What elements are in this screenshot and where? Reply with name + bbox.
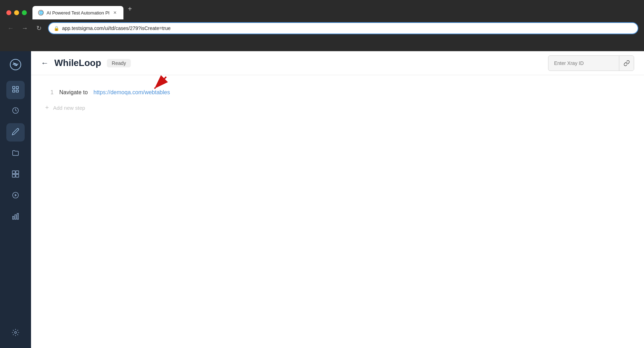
active-tab[interactable]: 🌐 AI Powered Test Automation Pl ✕ bbox=[32, 6, 123, 19]
sidebar-item-edit[interactable] bbox=[6, 123, 25, 142]
apps-icon bbox=[12, 170, 19, 179]
svg-point-16 bbox=[14, 331, 17, 334]
svg-rect-8 bbox=[16, 171, 19, 174]
step-action: Navigate to bbox=[59, 89, 88, 96]
link-icon bbox=[624, 60, 630, 66]
reload-button[interactable]: ↻ bbox=[34, 23, 44, 33]
steps-container: 1 Navigate to https://demoqa.com/webtabl… bbox=[45, 85, 630, 116]
add-step-text: Add new step bbox=[53, 105, 85, 111]
sidebar-item-run[interactable] bbox=[6, 187, 25, 205]
sidebar-item-folder[interactable] bbox=[6, 144, 25, 163]
xray-input-container bbox=[548, 55, 634, 71]
pencil-icon bbox=[12, 128, 19, 137]
xray-link-button[interactable] bbox=[619, 56, 634, 71]
step-number: 1 bbox=[45, 89, 54, 96]
sidebar bbox=[0, 51, 31, 348]
svg-rect-14 bbox=[15, 215, 16, 219]
sidebar-item-settings[interactable] bbox=[6, 324, 25, 342]
lock-icon: 🔒 bbox=[54, 26, 59, 31]
svg-rect-4 bbox=[13, 90, 15, 92]
svg-rect-9 bbox=[12, 174, 15, 177]
tab-close-button[interactable]: ✕ bbox=[112, 10, 118, 16]
reports-icon bbox=[12, 212, 19, 222]
grid-icon bbox=[12, 85, 19, 95]
address-bar[interactable]: 🔒 app.testsigma.com/ui/td/cases/279?isCr… bbox=[48, 22, 638, 34]
forward-button[interactable]: → bbox=[20, 23, 30, 33]
svg-rect-7 bbox=[12, 171, 15, 174]
back-to-list-button[interactable]: ← bbox=[41, 59, 49, 68]
test-step-1: 1 Navigate to https://demoqa.com/webtabl… bbox=[45, 85, 630, 100]
step-url[interactable]: https://demoqa.com/webtables bbox=[93, 89, 170, 96]
page-title: WhileLoop bbox=[54, 58, 101, 68]
folder-icon bbox=[12, 149, 19, 158]
sidebar-item-grid[interactable] bbox=[6, 81, 25, 99]
new-tab-button[interactable]: + bbox=[125, 4, 135, 14]
xray-id-input[interactable] bbox=[548, 57, 619, 70]
sidebar-item-dashboard[interactable] bbox=[6, 102, 25, 120]
logo-icon bbox=[10, 59, 22, 71]
page-header: ← WhileLoop Ready bbox=[31, 51, 644, 75]
gear-icon bbox=[12, 329, 19, 338]
maximize-button[interactable] bbox=[22, 10, 27, 15]
add-step-plus-icon: + bbox=[45, 104, 49, 112]
svg-rect-2 bbox=[13, 86, 15, 89]
close-button[interactable] bbox=[6, 10, 11, 15]
app-logo bbox=[8, 57, 23, 72]
back-button[interactable]: ← bbox=[6, 23, 16, 33]
main-content: ← WhileLoop Ready bbox=[31, 51, 644, 348]
tab-favicon: 🌐 bbox=[38, 10, 44, 16]
sidebar-item-apps[interactable] bbox=[6, 166, 25, 184]
svg-rect-10 bbox=[16, 174, 19, 177]
sidebar-item-reports[interactable] bbox=[6, 208, 25, 226]
tab-label: AI Powered Test Automation Pl bbox=[47, 10, 109, 16]
minimize-button[interactable] bbox=[14, 10, 19, 15]
svg-rect-5 bbox=[16, 90, 18, 92]
add-step-row[interactable]: + Add new step bbox=[45, 100, 630, 116]
svg-rect-13 bbox=[13, 216, 14, 219]
status-badge: Ready bbox=[107, 59, 131, 67]
url-text: app.testsigma.com/ui/td/cases/279?isCrea… bbox=[62, 25, 633, 31]
run-icon bbox=[12, 191, 19, 200]
svg-marker-12 bbox=[15, 194, 17, 196]
test-steps-area: 1 Navigate to https://demoqa.com/webtabl… bbox=[31, 75, 644, 348]
svg-rect-3 bbox=[16, 86, 18, 89]
dashboard-icon bbox=[12, 107, 19, 116]
svg-rect-15 bbox=[17, 214, 19, 220]
